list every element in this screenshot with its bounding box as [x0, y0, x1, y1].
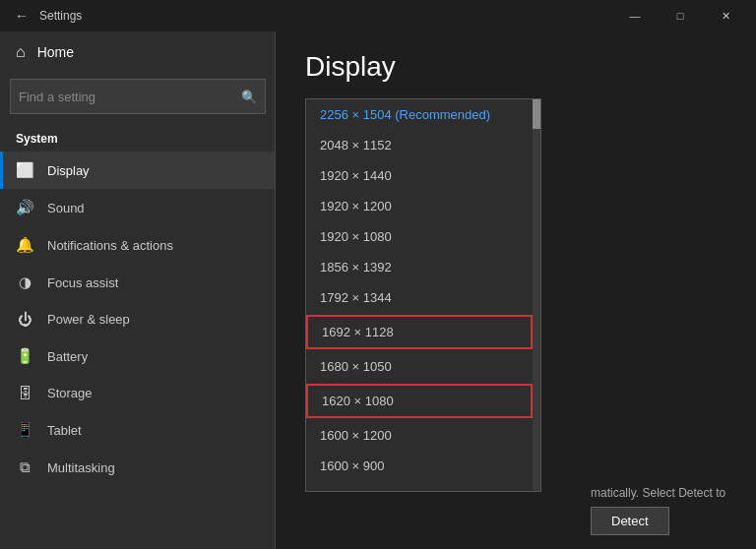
sidebar-item-notifications-label: Notifications & actions — [47, 238, 173, 253]
dropdown-scrollbar[interactable] — [533, 99, 540, 492]
titlebar-title: Settings — [39, 9, 612, 23]
scrollbar-thumb[interactable] — [533, 99, 540, 129]
sidebar-item-display[interactable]: ⬜ Display — [0, 152, 276, 189]
sidebar-item-tablet-label: Tablet — [47, 423, 82, 438]
home-icon: ⌂ — [16, 43, 26, 61]
sidebar-item-tablet[interactable]: 📱 Tablet — [0, 411, 276, 449]
dropdown-item-res10[interactable]: 1620 × 1080 — [306, 384, 533, 418]
display-icon: ⬜ — [16, 161, 33, 179]
search-icon: 🔍 — [241, 90, 257, 104]
sidebar: ⌂ Home 🔍 System ⬜ Display 🔊 Sound 🔔 Noti… — [0, 31, 276, 549]
dropdown-item-res2[interactable]: 2048 × 1152 — [306, 130, 533, 160]
sidebar-item-storage[interactable]: 🗄 Storage — [0, 375, 276, 411]
page-title: Display — [305, 51, 726, 83]
home-nav-item[interactable]: ⌂ Home — [0, 31, 276, 73]
back-button[interactable]: ← — [8, 2, 35, 30]
dropdown-item-res9[interactable]: 1680 × 1050 — [306, 351, 533, 382]
dropdown-item-res3[interactable]: 1920 × 1440 — [306, 160, 533, 191]
dropdown-item-res8[interactable]: 1692 × 1128 — [306, 315, 533, 349]
search-box[interactable]: 🔍 — [10, 79, 266, 114]
sidebar-item-notifications[interactable]: 🔔 Notifications & actions — [0, 226, 276, 264]
sidebar-item-sound[interactable]: 🔊 Sound — [0, 189, 276, 226]
home-label: Home — [37, 44, 74, 60]
search-input[interactable] — [19, 90, 241, 104]
sidebar-item-focus[interactable]: ◑ Focus assist — [0, 264, 276, 301]
maximize-button[interactable]: □ — [658, 0, 703, 31]
sidebar-item-focus-label: Focus assist — [47, 275, 118, 290]
dropdown-item-res5[interactable]: 1920 × 1080 — [306, 221, 533, 252]
dropdown-item-res12[interactable]: 1600 × 900 — [306, 451, 533, 481]
sidebar-item-power-label: Power & sleep — [47, 312, 130, 327]
sidebar-item-multitasking[interactable]: ⧉ Multitasking — [0, 449, 276, 486]
sidebar-item-battery[interactable]: 🔋 Battery — [0, 337, 276, 375]
bottom-description: matically. Select Detect to — [591, 486, 726, 500]
close-button[interactable]: ✕ — [703, 0, 748, 31]
content-area: Display 2256 × 1504 (Recommended) 2048 ×… — [276, 31, 756, 549]
storage-icon: 🗄 — [16, 385, 33, 401]
dropdown-item-res4[interactable]: 1920 × 1200 — [306, 191, 533, 221]
dropdown-item-res11[interactable]: 1600 × 1200 — [306, 420, 533, 451]
dropdown-item-res1[interactable]: 2256 × 1504 (Recommended) — [306, 99, 533, 130]
sidebar-item-storage-label: Storage — [47, 386, 93, 400]
section-title: System — [0, 124, 276, 152]
resolution-dropdown[interactable]: 2256 × 1504 (Recommended) 2048 × 1152 19… — [305, 98, 541, 492]
sidebar-item-battery-label: Battery — [47, 349, 88, 364]
sidebar-item-multitasking-label: Multitasking — [47, 460, 115, 475]
minimize-button[interactable]: — — [612, 0, 658, 31]
dropdown-items: 2256 × 1504 (Recommended) 2048 × 1152 19… — [306, 99, 533, 492]
dropdown-item-res6[interactable]: 1856 × 1392 — [306, 252, 533, 282]
main-layout: ⌂ Home 🔍 System ⬜ Display 🔊 Sound 🔔 Noti… — [0, 31, 756, 549]
dropdown-scroll-wrap: 2256 × 1504 (Recommended) 2048 × 1152 19… — [306, 99, 540, 492]
dropdown-item-res13[interactable]: 1440 × 900 — [306, 481, 533, 492]
detect-button[interactable]: Detect — [591, 507, 669, 535]
titlebar: ← Settings — □ ✕ — [0, 0, 756, 31]
battery-icon: 🔋 — [16, 347, 33, 365]
notifications-icon: 🔔 — [16, 236, 33, 254]
focus-icon: ◑ — [16, 274, 33, 291]
tablet-icon: 📱 — [16, 421, 33, 439]
window-controls: — □ ✕ — [612, 0, 748, 31]
sidebar-item-display-label: Display — [47, 163, 90, 178]
dropdown-list[interactable]: 2256 × 1504 (Recommended) 2048 × 1152 19… — [305, 98, 541, 492]
sidebar-item-power[interactable]: ⏻ Power & sleep — [0, 301, 276, 337]
dropdown-item-res7[interactable]: 1792 × 1344 — [306, 282, 533, 313]
sound-icon: 🔊 — [16, 199, 33, 216]
sidebar-item-sound-label: Sound — [47, 201, 85, 215]
multitasking-icon: ⧉ — [16, 458, 33, 476]
power-icon: ⏻ — [16, 311, 33, 328]
